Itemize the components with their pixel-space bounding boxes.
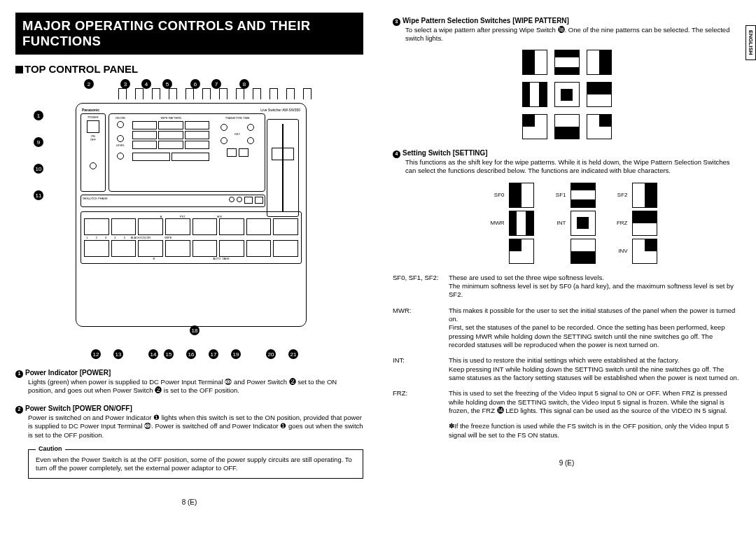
desc-mwr-key: MWR:: [393, 307, 449, 350]
callout-19: 19: [231, 349, 241, 359]
bottom-callouts-row: 12 13 14 15 16 17 19 20 21: [62, 349, 328, 359]
sf0-icon: [509, 183, 534, 208]
banner-title: MAJOR OPERATING CONTROLS AND THEIR FUNCT…: [15, 13, 363, 55]
inv-icon: [632, 239, 657, 264]
setting-description-table: SF0, SF1, SF2:These are used to set the …: [393, 274, 741, 416]
square-bullet-icon: [15, 66, 23, 73]
caution-body: Even when the Power Switch is at the OFF…: [36, 456, 352, 472]
wipe-6-icon: [587, 82, 612, 107]
lbl-sf0: SF0: [477, 192, 505, 198]
item3-num: 3: [393, 18, 400, 26]
item4-body: This functions as the shift key for the …: [405, 158, 741, 175]
callout-17: 17: [209, 349, 218, 359]
set7-icon: [509, 239, 534, 264]
lbl-frz: FRZ: [600, 220, 628, 226]
desc-int-key: INT:: [393, 356, 449, 382]
wipe-4-icon: [522, 82, 547, 107]
sf1-icon: [570, 183, 596, 208]
callout-12: 12: [91, 349, 101, 359]
left-page: MAJOR OPERATING CONTROLS AND THEIR FUNCT…: [15, 13, 363, 506]
lbl-inv: INV: [600, 248, 628, 254]
callout-1: 1: [34, 111, 43, 120]
desc-sf-key: SF0, SF1, SF2:: [393, 274, 449, 300]
frz-icon: [632, 211, 657, 236]
wipe-9-icon: [587, 114, 612, 139]
page-number-right: 9 (E): [393, 459, 741, 467]
right-page: 3Wipe Pattern Selection Switches [WIPE P…: [393, 13, 741, 506]
t-bar: [267, 119, 299, 217]
item4-num: 4: [393, 150, 400, 158]
sf2-icon: [632, 183, 657, 208]
int-icon: [570, 211, 596, 236]
wipe-2-icon: [554, 50, 580, 75]
top-callouts: 2 3 4 5 6 7 8: [6, 79, 328, 89]
desc-sf-val: These are used to set the three wipe sof…: [449, 274, 741, 300]
setting-function-grid: SF0 SF1 SF2 MWR INT FRZ INV: [393, 183, 741, 264]
callout-6: 6: [190, 79, 200, 89]
caution-box: Caution Even when the Power Switch is at…: [28, 449, 363, 479]
desc-int-val: This is used to restore the initial sett…: [449, 356, 741, 382]
item-power-switch: 2Power Switch [POWER ON/OFF] Power is sw…: [15, 405, 363, 439]
page-spread: MAJOR OPERATING CONTROLS AND THEIR FUNCT…: [15, 13, 741, 506]
callout-4: 4: [141, 79, 151, 89]
model-label: Live Switcher AW-SW350: [260, 108, 300, 112]
page-number-left: 8 (E): [15, 498, 363, 506]
callout-2: 2: [84, 79, 94, 89]
item3-body: To select a wipe pattern after pressing …: [405, 26, 741, 43]
item1-title: Power Indicator [POWER]: [25, 369, 111, 377]
section-title-text: TOP CONTROL PANEL: [24, 63, 138, 75]
wipe-3-icon: [587, 50, 612, 75]
callout-18: 18: [190, 325, 200, 335]
freeze-note: ✽If the freeze function is used while th…: [449, 422, 741, 440]
item1-body: Lights (green) when power is supplied to…: [28, 378, 363, 395]
item-wipe-pattern: 3Wipe Pattern Selection Switches [WIPE P…: [393, 17, 741, 43]
callout-8: 8: [239, 79, 249, 89]
callout-10: 10: [34, 164, 43, 174]
mwr-icon: [509, 211, 534, 236]
section-title: TOP CONTROL PANEL: [15, 63, 363, 75]
wipe-8-icon: [554, 114, 580, 139]
item2-title: Power Switch [POWER ON/OFF]: [25, 405, 132, 412]
wipe-7-icon: [522, 114, 547, 139]
panel-header: Panasonic Live Switcher AW-SW350: [82, 108, 300, 112]
wipe-1-icon: [522, 50, 547, 75]
caution-label: Caution: [36, 445, 65, 454]
callout-16: 16: [186, 349, 196, 359]
desc-frz-val: This is used to set the freezing of the …: [449, 389, 741, 415]
item3-title: Wipe Pattern Selection Switches [WIPE PA…: [402, 17, 569, 24]
panel-schematic: 2 3 4 5 6 7 8 1 9 10 11: [34, 79, 328, 359]
callout-7: 7: [211, 79, 221, 89]
callout-21: 21: [288, 349, 298, 359]
callout-20: 20: [266, 349, 276, 359]
wipe-pattern-grid: [393, 50, 741, 139]
lbl-sf1: SF1: [538, 192, 566, 198]
lbl-sf2: SF2: [600, 192, 628, 198]
wipe-5-icon: [554, 82, 580, 107]
callout-14: 14: [148, 349, 158, 359]
item-power-indicator: 1Power Indicator [POWER] Lights (green) …: [15, 369, 363, 395]
left-callouts: 1 9 10 11: [34, 111, 43, 200]
item2-num: 2: [15, 406, 23, 414]
item2-body: Power is switched on and Power Indicator…: [28, 414, 363, 439]
item-setting-switch: 4Setting Switch [SETTING] This functions…: [393, 149, 741, 175]
lbl-int: INT: [538, 220, 566, 226]
lbl-mwr: MWR: [477, 220, 505, 226]
callout-13: 13: [113, 349, 123, 359]
item4-title: Setting Switch [SETTING]: [402, 149, 488, 157]
set8-icon: [570, 239, 596, 264]
language-tab: ENGLISH: [746, 25, 756, 60]
callout-11: 11: [34, 190, 43, 200]
callout-5: 5: [162, 79, 172, 89]
callout-9: 9: [34, 137, 43, 147]
callout-3: 3: [120, 79, 130, 89]
brand-label: Panasonic: [82, 108, 99, 112]
panel-outline: Panasonic Live Switcher AW-SW350 POWERON…: [76, 103, 307, 327]
item1-num: 1: [15, 370, 23, 378]
desc-mwr-val: This makes it possible for the user to s…: [449, 307, 741, 350]
desc-frz-key: FRZ:: [393, 389, 449, 415]
top-jacks: [118, 88, 293, 99]
callout-15: 15: [164, 349, 174, 359]
bottom-callouts: 18: [62, 339, 328, 349]
